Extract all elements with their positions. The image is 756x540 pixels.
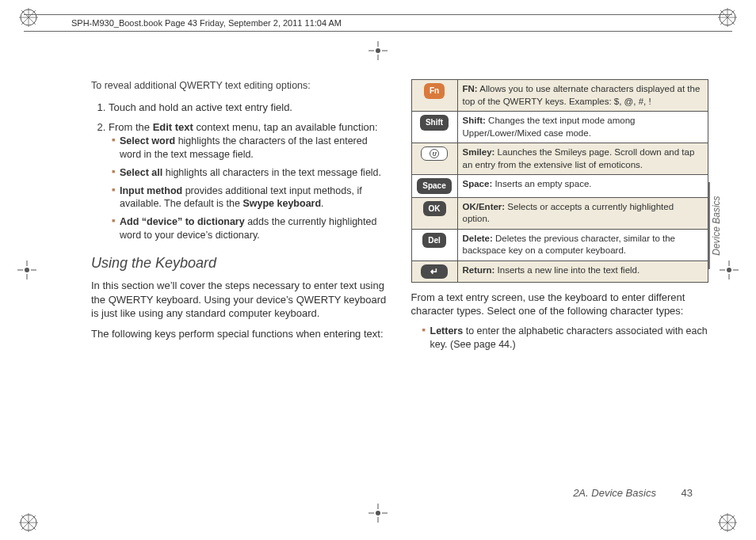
opt-select-word: Select word highlights the characters of… [112,135,389,162]
crop-mark-icon [17,511,40,534]
section-tab-label: Device Basics [710,196,723,255]
keyboard-para-1: In this section we’ll cover the steps ne… [91,279,389,321]
step-2: From the Edit text context menu, tap an … [109,120,389,242]
section-tab: Device Basics [708,182,723,269]
table-row: OK OK/Enter: Selects or accepts a curren… [411,197,708,229]
left-column: To reveal additional QWERTY text editing… [91,79,389,485]
table-row: Fn FN: Allows you to use alternate chara… [411,80,708,112]
registration-mark-icon [365,38,391,63]
char-types-para: From a text entry screen, use the keyboa… [411,291,709,318]
page-number: 43 [682,487,693,499]
space-key-icon: Space [417,178,451,194]
opt-select-all: Select all highlights all characters in … [112,166,389,180]
table-row: ↵ Return: Inserts a new line into the te… [411,260,708,282]
header-text: SPH-M930_Boost.book Page 43 Friday, Sept… [71,17,342,29]
registration-mark-icon [14,257,40,283]
opt-add-dictionary: Add “device” to dictionary adds the curr… [112,215,389,242]
intro-line: To reveal additional QWERTY text editing… [91,79,389,93]
crop-mark-icon [716,511,739,534]
del-key-icon: Del [422,233,446,249]
opt-input-method: Input method provides additional text in… [112,184,389,211]
ok-key-icon: OK [423,201,446,217]
keyboard-para-2: The following keys perform special funct… [91,327,389,341]
section-heading: Using the Keyboard [91,253,389,272]
registration-mark-icon [365,500,391,526]
table-row: Del Delete: Deletes the previous charact… [411,229,708,260]
fn-key-icon: Fn [424,83,445,99]
smiley-key-icon [421,146,448,161]
table-row: Space Space: Inserts an empty space. [411,175,708,198]
key-function-table: Fn FN: Allows you to use alternate chara… [411,79,709,283]
step-1: Touch and hold an active text entry fiel… [109,101,389,115]
char-type-list: Letters to enter the alphabetic characte… [411,325,709,352]
shift-key-icon: Shift [420,115,449,131]
steps-list: Touch and hold an active text entry fiel… [91,101,389,242]
return-key-icon: ↵ [421,264,448,279]
document-header: SPH-M930_Boost.book Page 43 Friday, Sept… [24,14,732,32]
footer-section: 2A. Device Basics [573,487,656,499]
page-footer: 2A. Device Basics 43 [573,486,693,500]
page-content: To reveal additional QWERTY text editing… [91,79,708,485]
table-row: Shift Shift: Changes the text input mode… [411,112,708,143]
right-column: Fn FN: Allows you to use alternate chara… [411,79,709,485]
table-row: Smiley: Launches the Smileys page. Scrol… [411,143,708,175]
letters-item: Letters to enter the alphabetic characte… [422,325,709,352]
sub-options: Select word highlights the characters of… [109,135,389,242]
